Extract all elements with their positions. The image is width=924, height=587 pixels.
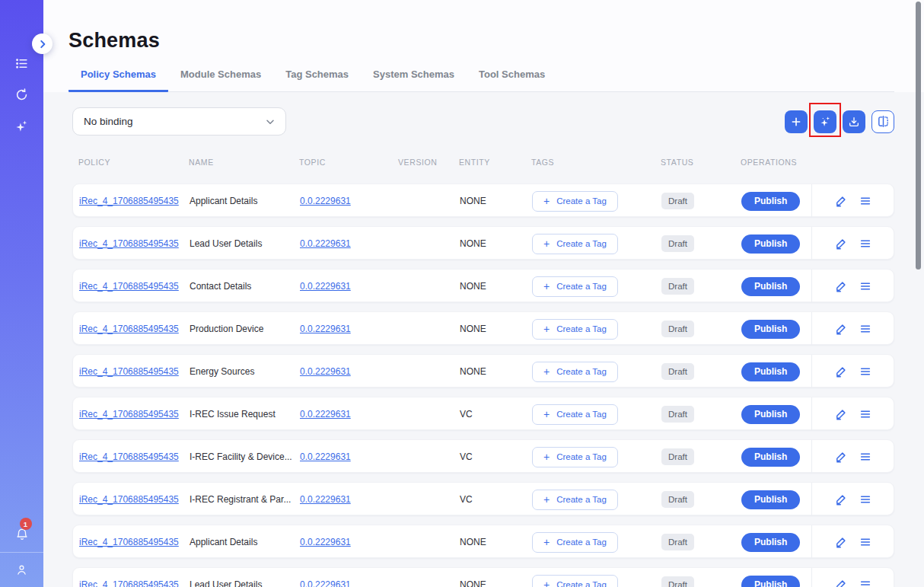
table-row: iRec_4_1706885495435 Lead User Details 0… — [72, 226, 894, 260]
publish-button[interactable]: Publish — [741, 576, 800, 587]
publish-button[interactable]: Publish — [741, 277, 800, 296]
publish-button[interactable]: Publish — [741, 448, 800, 467]
row-menu-button[interactable] — [859, 579, 871, 587]
status-badge: Draft — [661, 534, 694, 550]
publish-button[interactable]: Publish — [741, 405, 800, 424]
policy-link[interactable]: iRec_4_1706885495435 — [79, 324, 179, 334]
pencil-icon — [834, 194, 848, 208]
publish-button[interactable]: Publish — [741, 490, 800, 509]
row-menu-button[interactable] — [859, 365, 871, 378]
row-menu-button[interactable] — [859, 536, 871, 548]
create-tag-label: Create a Tag — [556, 196, 607, 206]
ai-suggestions-button[interactable] — [814, 110, 836, 133]
compare-schemas-button[interactable] — [871, 110, 894, 133]
plus-icon: + — [543, 537, 550, 547]
pencil-icon — [834, 407, 848, 421]
plus-icon: + — [543, 196, 550, 206]
row-menu-button[interactable] — [859, 280, 871, 292]
create-tag-button[interactable]: + Create a Tag — [532, 319, 618, 340]
row-menu-button[interactable] — [859, 323, 871, 335]
publish-button[interactable]: Publish — [741, 234, 800, 254]
sidebar-nav — [0, 54, 43, 135]
schema-entity: NONE — [454, 238, 526, 249]
policy-link[interactable]: iRec_4_1706885495435 — [79, 451, 179, 462]
publish-button[interactable]: Publish — [741, 533, 800, 552]
tab-tool-schemas[interactable]: Tool Schemas — [467, 69, 557, 92]
row-menu-button[interactable] — [859, 195, 871, 207]
chevron-down-icon — [264, 116, 276, 128]
topic-link[interactable]: 0.0.2229631 — [300, 366, 351, 377]
edit-schema-button[interactable] — [834, 365, 848, 378]
policy-link[interactable]: iRec_4_1706885495435 — [79, 494, 179, 505]
policy-link[interactable]: iRec_4_1706885495435 — [79, 409, 179, 420]
edit-schema-button[interactable] — [834, 237, 848, 250]
topic-link[interactable]: 0.0.2229631 — [300, 579, 351, 587]
create-tag-button[interactable]: + Create a Tag — [532, 532, 618, 553]
topic-link[interactable]: 0.0.2229631 — [300, 409, 351, 420]
policy-link[interactable]: iRec_4_1706885495435 — [79, 196, 179, 206]
create-tag-button[interactable]: + Create a Tag — [532, 362, 618, 382]
edit-schema-button[interactable] — [834, 322, 848, 336]
create-tag-button[interactable]: + Create a Tag — [532, 191, 618, 212]
edit-schema-button[interactable] — [834, 194, 848, 208]
tab-module-schemas[interactable]: Module Schemas — [168, 69, 273, 92]
create-tag-button[interactable]: + Create a Tag — [532, 447, 618, 467]
row-menu-button[interactable] — [859, 238, 871, 250]
user-profile-button[interactable] — [13, 560, 31, 579]
create-tag-button[interactable]: + Create a Tag — [532, 234, 618, 254]
sidebar-toggle-button[interactable] — [32, 33, 53, 54]
create-tag-label: Create a Tag — [556, 367, 607, 376]
topic-link[interactable]: 0.0.2229631 — [300, 451, 351, 462]
policy-link[interactable]: iRec_4_1706885495435 — [79, 366, 179, 377]
topic-link[interactable]: 0.0.2229631 — [300, 238, 351, 249]
edit-schema-button[interactable] — [834, 493, 848, 506]
sidebar-item-suggestions[interactable] — [13, 116, 31, 135]
toolbar — [785, 110, 894, 133]
policy-link[interactable]: iRec_4_1706885495435 — [79, 579, 179, 587]
row-menu-button[interactable] — [859, 451, 871, 463]
create-tag-button[interactable]: + Create a Tag — [532, 404, 618, 425]
topic-link[interactable]: 0.0.2229631 — [300, 537, 351, 547]
import-schema-button[interactable] — [843, 110, 865, 133]
plus-icon: + — [543, 324, 550, 334]
menu-lines-icon — [859, 280, 871, 292]
tab-system-schemas[interactable]: System Schemas — [361, 69, 467, 92]
create-tag-button[interactable]: + Create a Tag — [532, 490, 618, 510]
schema-name: Production Device — [183, 324, 294, 334]
edit-schema-button[interactable] — [834, 407, 848, 421]
column-header-name: NAME — [183, 158, 293, 167]
policy-link[interactable]: iRec_4_1706885495435 — [79, 537, 179, 547]
publish-button[interactable]: Publish — [741, 192, 800, 211]
schema-name: Contact Details — [183, 281, 294, 292]
schema-name: I-REC Issue Request — [183, 409, 294, 420]
edit-schema-button[interactable] — [834, 279, 848, 293]
policy-link[interactable]: iRec_4_1706885495435 — [79, 238, 179, 249]
edit-schema-button[interactable] — [834, 535, 848, 549]
tab-tag-schemas[interactable]: Tag Schemas — [273, 69, 361, 92]
publish-button[interactable]: Publish — [741, 362, 800, 381]
topic-link[interactable]: 0.0.2229631 — [300, 494, 351, 505]
add-schema-button[interactable] — [785, 110, 808, 133]
publish-button[interactable]: Publish — [741, 320, 800, 339]
status-badge: Draft — [661, 193, 694, 209]
table-row: iRec_4_1706885495435 Lead User Details 0… — [72, 567, 894, 587]
sidebar-item-policies[interactable] — [13, 85, 31, 104]
binding-select[interactable]: No binding — [72, 107, 286, 136]
sidebar-item-schemas[interactable] — [13, 54, 31, 72]
row-menu-button[interactable] — [859, 408, 871, 420]
tab-policy-schemas[interactable]: Policy Schemas — [69, 69, 168, 92]
table-body: iRec_4_1706885495435 Applicant Details 0… — [72, 183, 894, 587]
topic-link[interactable]: 0.0.2229631 — [300, 324, 351, 334]
row-menu-button[interactable] — [859, 493, 871, 506]
create-tag-button[interactable]: + Create a Tag — [532, 276, 618, 297]
menu-lines-icon — [859, 493, 871, 506]
create-tag-button[interactable]: + Create a Tag — [532, 575, 618, 587]
edit-schema-button[interactable] — [834, 578, 848, 587]
topic-link[interactable]: 0.0.2229631 — [300, 281, 351, 292]
topic-link[interactable]: 0.0.2229631 — [300, 196, 351, 206]
vertical-scrollbar[interactable] — [916, 2, 921, 270]
edit-schema-button[interactable] — [834, 450, 848, 464]
policy-link[interactable]: iRec_4_1706885495435 — [79, 281, 179, 292]
notifications-button[interactable]: 1 — [13, 525, 31, 544]
pencil-icon — [834, 578, 848, 587]
